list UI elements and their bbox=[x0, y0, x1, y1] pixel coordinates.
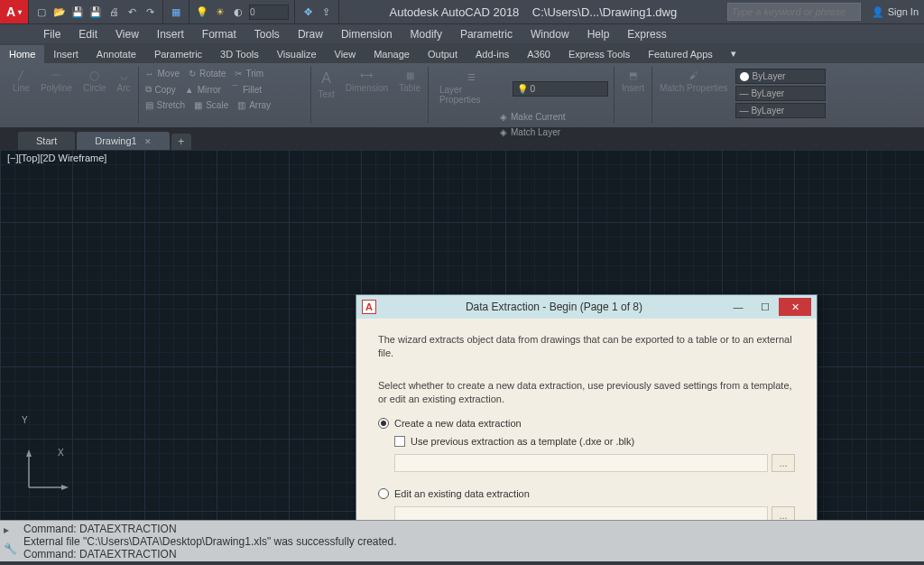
circle-tool[interactable]: ◯Circle bbox=[78, 67, 112, 97]
workspace-icon[interactable]: ▦ bbox=[169, 5, 183, 19]
help-search-input[interactable] bbox=[727, 3, 861, 21]
menu-dimension[interactable]: Dimension bbox=[332, 28, 402, 41]
menu-window[interactable]: Window bbox=[522, 28, 578, 41]
template-browse-button[interactable]: ... bbox=[772, 454, 795, 472]
mirror-tool[interactable]: ▲Mirror bbox=[180, 81, 226, 97]
tab-drawing[interactable]: Drawing1✕ bbox=[77, 132, 169, 150]
mirror-icon: ▲ bbox=[185, 85, 194, 95]
ribbon-tab-home[interactable]: Home bbox=[0, 45, 44, 63]
dialog-titlebar: A Data Extraction - Begin (Page 1 of 8) … bbox=[356, 295, 817, 319]
match-properties-button[interactable]: 🖌Match Properties bbox=[654, 67, 734, 97]
color-combo[interactable]: ByLayer bbox=[735, 69, 826, 84]
lineweight-combo[interactable]: ― ByLayer bbox=[735, 86, 826, 101]
arc-tool[interactable]: ◡Arc bbox=[112, 67, 136, 97]
menu-help[interactable]: Help bbox=[578, 28, 619, 41]
ribbon-tab-annotate[interactable]: Annotate bbox=[88, 45, 145, 63]
layer-current-icon: ◈ bbox=[500, 112, 507, 122]
dialog-body: The wizard extracts object data from dra… bbox=[356, 319, 817, 520]
command-line[interactable]: ▸ 🔧 Command: DATAEXTRACTION External fil… bbox=[0, 520, 924, 561]
ribbon-properties-group: 🖌Match Properties ByLayer ― ByLayer ― By… bbox=[652, 63, 829, 127]
copy-tool[interactable]: ⧉Copy bbox=[141, 81, 180, 97]
brightness-icon[interactable]: ◐ bbox=[231, 5, 245, 19]
template-path-input[interactable] bbox=[394, 454, 768, 472]
ribbon-options-icon[interactable]: ▾ bbox=[722, 44, 745, 63]
new-tab-button[interactable]: + bbox=[171, 134, 191, 150]
layer-combo[interactable]: 💡 0 bbox=[513, 81, 608, 97]
menu-draw[interactable]: Draw bbox=[289, 28, 332, 41]
match-layer-button[interactable]: ◈Match Layer bbox=[495, 125, 570, 139]
radio-create-new[interactable]: Create a new data extraction bbox=[378, 418, 795, 429]
share-icon[interactable]: ⇪ bbox=[319, 5, 333, 19]
rotate-tool[interactable]: ↻Rotate bbox=[184, 67, 230, 80]
fillet-tool[interactable]: ⌒Fillet bbox=[226, 81, 266, 97]
dialog-minimize-button[interactable]: — bbox=[725, 298, 752, 316]
dialog-maximize-button[interactable]: ☐ bbox=[752, 298, 779, 316]
ribbon-tab-visualize[interactable]: Visualize bbox=[268, 45, 326, 63]
cmd-config-icon[interactable]: 🔧 bbox=[4, 542, 18, 557]
menu-insert[interactable]: Insert bbox=[148, 28, 193, 41]
menu-modify[interactable]: Modify bbox=[402, 28, 451, 41]
cmd-history-line: Command: DATAEXTRACTION bbox=[23, 548, 920, 560]
ribbon-modify-group: ↔Move ↻Rotate ✂Trim ⧉Copy ▲Mirror ⌒Fille… bbox=[139, 63, 310, 127]
menu-tools[interactable]: Tools bbox=[245, 28, 289, 41]
ribbon-tab-view[interactable]: View bbox=[326, 45, 365, 63]
sign-in-button[interactable]: 👤 Sign In bbox=[866, 6, 924, 18]
undo-icon[interactable]: ↶ bbox=[125, 5, 139, 19]
save-icon[interactable]: 💾 bbox=[70, 5, 85, 19]
linetype-combo[interactable]: ― ByLayer bbox=[735, 103, 826, 118]
qat-value-input[interactable] bbox=[249, 5, 289, 20]
menu-parametric[interactable]: Parametric bbox=[451, 28, 522, 41]
layer-properties-button[interactable]: ☰Layer Properties bbox=[434, 69, 509, 108]
text-tool[interactable]: AText bbox=[313, 67, 340, 103]
ribbon-layers-group: ☰Layer Properties 💡 0 ◈Make Current ◈Mat… bbox=[429, 63, 614, 127]
ribbon-tab-add-ins[interactable]: Add-ins bbox=[467, 45, 518, 63]
existing-path-input[interactable] bbox=[394, 506, 768, 520]
insert-block-button[interactable]: ⬒Insert bbox=[616, 67, 650, 97]
ribbon-tab-3d-tools[interactable]: 3D Tools bbox=[211, 45, 268, 63]
check-use-template[interactable]: Use previous extraction as a template (.… bbox=[394, 436, 795, 447]
sun-icon[interactable]: ☀ bbox=[213, 5, 227, 19]
bulb-icon[interactable]: 💡 bbox=[195, 5, 209, 19]
cmd-recent-icon[interactable]: ▸ bbox=[4, 523, 18, 538]
menu-view[interactable]: View bbox=[106, 28, 148, 41]
table-tool[interactable]: ▦Table bbox=[393, 67, 426, 97]
ribbon-tab-manage[interactable]: Manage bbox=[365, 45, 419, 63]
ribbon-tab-insert[interactable]: Insert bbox=[44, 45, 88, 63]
menu-format[interactable]: Format bbox=[193, 28, 245, 41]
drawing-area[interactable]: [−][Top][2D Wireframe] Y X A Data Extrac… bbox=[0, 150, 924, 520]
data-extraction-dialog: A Data Extraction - Begin (Page 1 of 8) … bbox=[356, 294, 818, 520]
existing-browse-button[interactable]: ... bbox=[772, 506, 795, 520]
ribbon-tab-output[interactable]: Output bbox=[419, 45, 467, 63]
plot-icon[interactable]: 🖨 bbox=[106, 5, 121, 19]
ribbon-tab-featured-apps[interactable]: Featured Apps bbox=[639, 45, 722, 63]
new-icon[interactable]: ▢ bbox=[34, 5, 49, 19]
scale-tool[interactable]: ▦Scale bbox=[189, 98, 233, 112]
move-tool[interactable]: ↔Move bbox=[141, 67, 184, 80]
menu-file[interactable]: File bbox=[34, 28, 69, 41]
menu-edit[interactable]: Edit bbox=[69, 28, 106, 41]
line-icon: ╱ bbox=[18, 70, 23, 80]
ribbon-tab-a360[interactable]: A360 bbox=[518, 45, 559, 63]
viewport-label[interactable]: [−][Top][2D Wireframe] bbox=[7, 153, 106, 163]
dialog-close-button[interactable]: ✕ bbox=[779, 298, 811, 316]
line-tool[interactable]: ╱Line bbox=[7, 67, 35, 97]
nav-icon[interactable]: ✥ bbox=[300, 5, 315, 19]
saveas-icon[interactable]: 💾 bbox=[88, 5, 103, 19]
dimension-tool[interactable]: ⟷Dimension bbox=[340, 67, 393, 97]
ribbon-tab-express-tools[interactable]: Express Tools bbox=[559, 45, 639, 63]
tab-start[interactable]: Start bbox=[18, 132, 75, 150]
redo-icon[interactable]: ↷ bbox=[143, 5, 157, 19]
ribbon-tab-parametric[interactable]: Parametric bbox=[145, 45, 211, 63]
array-tool[interactable]: ▥Array bbox=[233, 98, 275, 112]
polyline-tool[interactable]: 〰Polyline bbox=[35, 67, 78, 97]
menu-express[interactable]: Express bbox=[618, 28, 675, 41]
radio-edit-existing[interactable]: Edit an existing data extraction bbox=[378, 488, 795, 499]
trim-tool[interactable]: ✂Trim bbox=[230, 67, 268, 80]
app-menu-button[interactable]: A bbox=[0, 0, 29, 23]
close-tab-icon[interactable]: ✕ bbox=[144, 137, 152, 146]
make-current-button[interactable]: ◈Make Current bbox=[495, 110, 570, 124]
cmd-history-line: Command: DATAEXTRACTION bbox=[23, 523, 920, 535]
stretch-tool[interactable]: ▤Stretch bbox=[141, 98, 190, 112]
open-icon[interactable]: 📂 bbox=[52, 5, 67, 19]
dimension-icon: ⟷ bbox=[360, 70, 373, 80]
